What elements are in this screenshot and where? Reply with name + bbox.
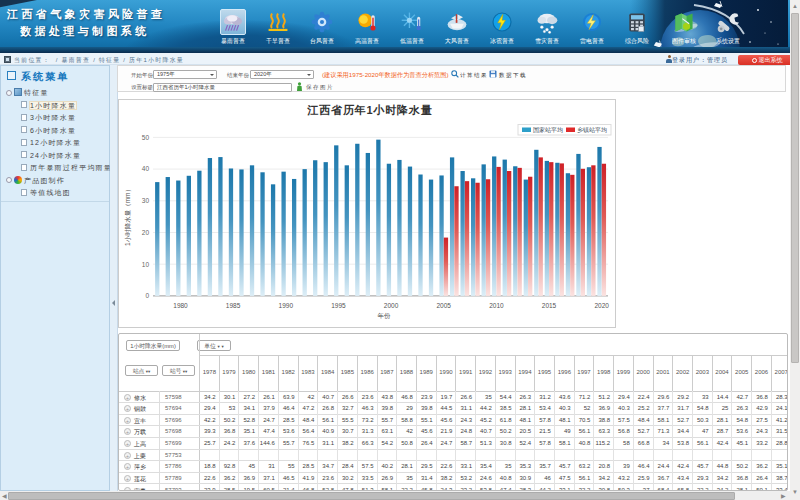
svg-text:2000: 2000 [384,302,399,309]
svg-text:2020: 2020 [594,302,609,309]
svg-text:国家站平均: 国家站平均 [533,126,563,134]
svg-text:2005: 2005 [436,302,451,309]
svg-text:50: 50 [142,134,150,141]
svg-text:1985: 1985 [226,302,241,309]
svg-text:1980: 1980 [173,302,188,309]
svg-text:2015: 2015 [542,302,557,309]
svg-text:30: 30 [142,197,150,204]
svg-text:1小时降水量（mm）: 1小时降水量（mm） [124,186,132,246]
svg-text:1995: 1995 [331,302,346,309]
svg-text:2010: 2010 [489,302,504,309]
svg-text:1990: 1990 [279,302,294,309]
svg-text:江西省历年1小时降水量: 江西省历年1小时降水量 [307,104,433,116]
svg-text:0: 0 [145,292,149,299]
svg-text:40: 40 [142,165,150,172]
svg-text:年份: 年份 [378,312,392,320]
svg-text:10: 10 [142,261,150,268]
svg-text:乡镇站平均: 乡镇站平均 [577,126,607,134]
svg-text:20: 20 [142,229,150,236]
